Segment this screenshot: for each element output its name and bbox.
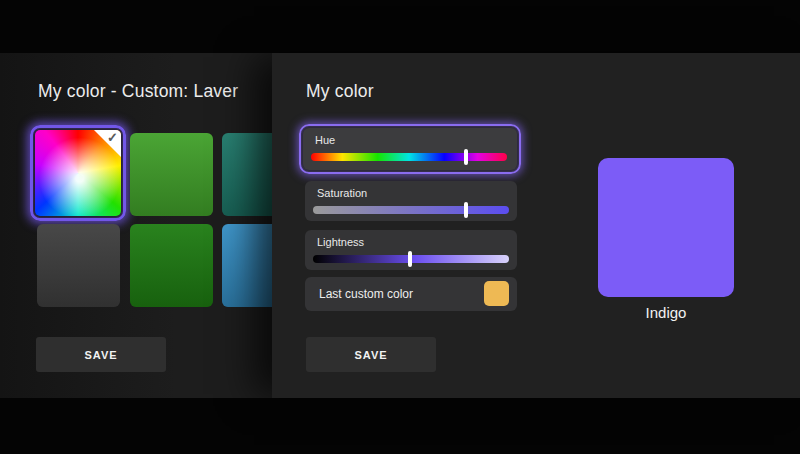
lightness-slider-group[interactable]: Lightness	[305, 230, 517, 270]
swatch-dark-green[interactable]	[130, 224, 213, 307]
saturation-slider-thumb[interactable]	[464, 202, 468, 218]
lightness-slider-thumb[interactable]	[408, 251, 412, 267]
screen: My color - Custom: Laver ✓ SAVE My color…	[0, 0, 800, 454]
hue-slider-group[interactable]: Hue	[303, 128, 517, 170]
swatch-custom-selected[interactable]: ✓	[30, 125, 126, 221]
lightness-slider-track[interactable]	[313, 255, 509, 263]
swatch-green[interactable]	[130, 133, 213, 216]
saturation-slider-track[interactable]	[313, 206, 509, 214]
custom-gradient-swatch[interactable]: ✓	[35, 130, 121, 216]
hue-label: Hue	[315, 134, 335, 146]
hue-slider-focus-ring: Hue	[299, 124, 521, 174]
last-custom-color-label: Last custom color	[319, 287, 413, 301]
hue-slider-track[interactable]	[311, 153, 507, 161]
save-button-dialog[interactable]: SAVE	[306, 337, 436, 372]
saturation-slider-group[interactable]: Saturation	[305, 181, 517, 221]
swatch-gray[interactable]	[37, 224, 120, 307]
page-title: My color - Custom: Laver	[38, 81, 278, 102]
checkmark-icon: ✓	[107, 130, 118, 145]
my-color-dialog: My color Hue Saturation Lightness	[272, 53, 800, 398]
save-button-background[interactable]: SAVE	[36, 337, 166, 372]
lightness-label: Lightness	[317, 236, 364, 248]
saturation-label: Saturation	[317, 187, 367, 199]
last-custom-color-swatch[interactable]	[484, 281, 509, 306]
hue-slider-thumb[interactable]	[464, 149, 468, 165]
color-preview-name: Indigo	[598, 304, 734, 321]
color-preview-square	[598, 158, 734, 297]
dialog-title: My color	[306, 81, 374, 102]
last-custom-color-row[interactable]: Last custom color	[305, 277, 517, 311]
